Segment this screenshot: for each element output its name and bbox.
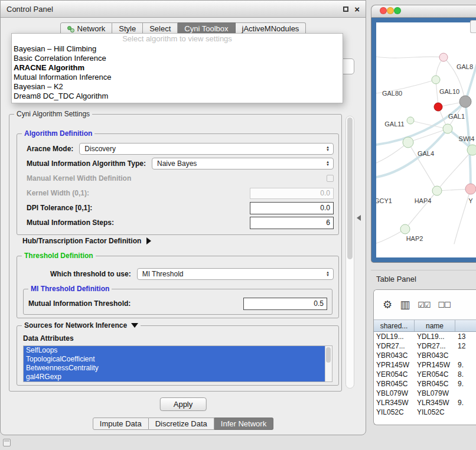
table-row[interactable]: YBL079WYBL079W [374, 389, 476, 398]
dpi-tolerance-row: DPI Tolerance [0,1]: [27, 201, 334, 214]
attributes-scrollbar[interactable] [325, 346, 332, 381]
network-edge [376, 142, 408, 163]
network-node[interactable] [400, 224, 410, 234]
control-panel: Control Panel NetworkStyleSelectCyni Too… [0, 0, 366, 435]
column-header[interactable]: shared... [374, 320, 415, 331]
table-row[interactable]: YER054CYER054C8. [374, 370, 476, 379]
algorithm-dropdown-list: Bayesian – Hill ClimbingBasic Correlatio… [12, 44, 343, 101]
column-header[interactable] [455, 320, 476, 331]
dpi-tolerance-input[interactable] [250, 202, 334, 214]
hub-definition-toggle[interactable]: Hub/Transcription Factor Definition [22, 236, 151, 246]
network-window-titlebar[interactable] [371, 5, 476, 18]
algorithm-option[interactable]: Bayesian – K2 [12, 82, 343, 92]
settings-scrollbar-thumb[interactable] [347, 118, 353, 259]
network-node[interactable] [439, 53, 448, 61]
network-edge [376, 57, 444, 58]
sources-legend[interactable]: Sources for Network Inference [22, 321, 141, 330]
algorithm-option[interactable]: ARACNE Algorithm [12, 63, 343, 73]
mi-type-select[interactable]: Naive Bayes [152, 158, 334, 169]
table-row[interactable]: YBR045CYBR045C9. [374, 379, 476, 389]
table-cell: YDR27... [374, 342, 415, 350]
mi-steps-input[interactable] [250, 217, 334, 229]
deselect-all-icon[interactable]: ☐☐ [438, 301, 450, 309]
table-cell: YLR345W [415, 399, 455, 407]
table-cell: YER054C [374, 370, 415, 379]
network-node[interactable] [432, 76, 440, 84]
manual-kernel-checkbox[interactable] [327, 175, 334, 182]
algorithm-option[interactable]: Dream8 DC_TDC Algorithm [12, 92, 343, 101]
tab-label: Style [119, 24, 136, 33]
network-node[interactable] [467, 145, 476, 155]
float-window-icon[interactable] [343, 6, 348, 12]
kernel-width-input [250, 188, 334, 199]
table-cell: YER054C [415, 370, 455, 379]
sources-group: Sources for Network Inference Data Attri… [17, 325, 339, 386]
select-all-icon[interactable]: ☑☑ [418, 301, 430, 309]
attribute-item[interactable]: gal4RGexp [24, 373, 325, 381]
attributes-scrollbar-thumb[interactable] [326, 347, 331, 363]
threshold-type-select[interactable]: MI Threshold [137, 268, 334, 280]
attribute-item[interactable]: TopologicalCoefficient [24, 355, 325, 364]
table-row[interactable]: YLR345WYLR345W9. [374, 398, 476, 407]
algorithm-option[interactable]: Mutual Information Inference [12, 73, 343, 82]
table-panel: ⚙▥☑☑☐☐ shared...name YDL19...YDL19...13Y… [373, 289, 476, 425]
mi-threshold-input[interactable] [243, 298, 327, 310]
network-window: GAL8GAL80GAL10GAL11GAL1SWI4GAL4GCY1HAP4Y… [371, 5, 476, 263]
column-header[interactable]: name [415, 320, 455, 331]
attribute-item[interactable]: BetweennessCentrality [24, 364, 325, 373]
threshold-type-value: MI Threshold [142, 270, 326, 278]
table-cell: YDL19... [415, 332, 455, 341]
network-node[interactable] [459, 96, 471, 107]
algorithm-option[interactable]: Basic Correlation Inference [12, 54, 343, 63]
table-row[interactable]: YPR145WYPR145W9. [374, 360, 476, 370]
zoom-button[interactable] [394, 7, 401, 14]
network-canvas[interactable]: GAL8GAL80GAL10GAL11GAL1SWI4GAL4GCY1HAP4Y… [376, 22, 476, 257]
table-cell: 12 [455, 342, 476, 350]
node-label: GAL10 [439, 88, 459, 95]
tab-discretize-data[interactable]: Discretize Data [149, 418, 214, 430]
table-row[interactable]: YBR043CYBR043C [374, 351, 476, 360]
traffic-lights [380, 7, 401, 16]
minimize-button[interactable] [387, 7, 394, 14]
aracne-mode-label: Aracne Mode: [27, 145, 73, 153]
tab-impute-data[interactable]: Impute Data [93, 418, 149, 430]
network-node[interactable] [407, 117, 414, 124]
mi-steps-row: Mutual Information Steps: [27, 216, 334, 229]
table-row[interactable]: YDL19...YDL19...13 [374, 332, 476, 341]
network-frame: GAL8GAL80GAL10GAL11GAL1SWI4GAL4GCY1HAP4Y… [371, 18, 476, 263]
close-button[interactable] [380, 7, 387, 14]
columns-icon[interactable]: ▥ [400, 299, 410, 310]
table-cell: YLR345W [374, 399, 415, 407]
combo-arrows-icon [326, 146, 330, 152]
algorithm-option[interactable]: Bayesian – Hill Climbing [12, 44, 343, 54]
network-node[interactable] [443, 124, 452, 133]
network-node[interactable] [434, 103, 442, 111]
settings-scrollbar[interactable] [345, 116, 354, 389]
mi-threshold-legend: MI Threshold Definition [28, 285, 112, 293]
table-cell: YDL19... [374, 332, 415, 341]
network-node[interactable] [432, 186, 442, 195]
network-scrollbar-stub[interactable] [470, 20, 476, 33]
apply-button[interactable]: Apply [160, 397, 207, 411]
aracne-mode-select[interactable]: Discovery [79, 143, 334, 155]
collapse-panel-arrow[interactable] [357, 215, 361, 221]
mi-type-value: Naive Bayes [157, 159, 326, 168]
threshold-definition-group: Threshold Definition Which threshold to … [17, 256, 339, 318]
application-desktop: Control Panel NetworkStyleSelectCyni Too… [0, 0, 476, 450]
gear-icon[interactable]: ⚙ [383, 299, 392, 310]
network-node[interactable] [403, 137, 413, 148]
hub-definition-label: Hub/Transcription Factor Definition [22, 237, 141, 245]
table-row[interactable]: YIL052CYIL052C [374, 407, 476, 417]
minimized-panel-icon[interactable] [3, 439, 11, 446]
attribute-item[interactable]: SelfLoops [24, 346, 325, 355]
table-header: shared...name [374, 319, 476, 332]
table-row[interactable]: YDR27...YDR27...12 [374, 341, 476, 351]
panel-divider [371, 270, 476, 270]
control-panel-titlebar[interactable]: Control Panel [1, 1, 366, 18]
table-cell: YPR145W [374, 361, 415, 369]
network-node[interactable] [465, 184, 476, 194]
attributes-list[interactable]: SelfLoopsTopologicalCoefficientBetweenne… [23, 345, 332, 382]
expand-right-icon [146, 237, 151, 244]
close-icon[interactable] [354, 5, 360, 14]
tab-infer-network[interactable]: Infer Network [214, 418, 273, 430]
